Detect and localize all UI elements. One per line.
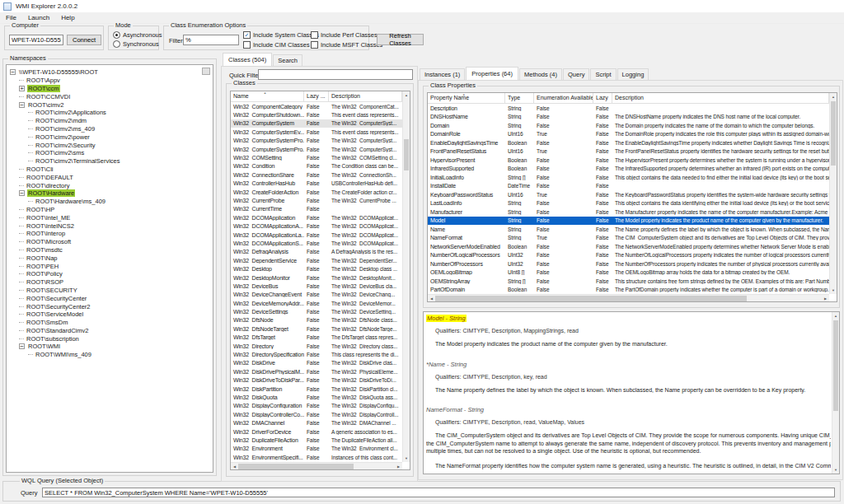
tree-node[interactable]: ROOT\SecurityCenter2 <box>7 302 213 310</box>
table-row[interactable]: ManufacturerStringFalseFalseThe Manufact… <box>428 208 837 217</box>
table-row[interactable]: Win32_CreateFolderActionFalseThe CreateF… <box>231 188 410 196</box>
tree-node[interactable]: +ROOT\ccm <box>7 85 213 93</box>
tree-node[interactable]: ROOT\SmsDm <box>7 319 213 327</box>
column-header-lazy[interactable]: Lazy ... <box>304 91 329 101</box>
tab-query[interactable]: Query <box>563 68 589 80</box>
tree-corner-button[interactable] <box>202 68 210 75</box>
table-row[interactable]: Win32_DesktopMonitorFalseThe Win32_Deskt… <box>231 273 410 282</box>
table-row[interactable]: Win32_DCOMApplicationLa...FalseThe Win32… <box>231 231 410 239</box>
scroll-down-icon[interactable]: ▼ <box>832 466 839 474</box>
table-row[interactable]: Win32_DependentServiceFalseThe Win32_Dep… <box>231 256 410 264</box>
table-row[interactable]: Win32_ComputerSystemPro...FalseThe Win32… <box>231 145 410 153</box>
column-header-lazy[interactable]: Lazy <box>593 93 612 103</box>
properties-horizontal-scrollbar[interactable]: ◀ ▶ <box>428 294 829 301</box>
tree-node[interactable]: ROOT\Nap <box>7 254 213 262</box>
table-row[interactable]: Win32_DiskQuotaFalseThe Win32_DiskQuota … <box>231 393 410 401</box>
tab-logging[interactable]: Logging <box>617 68 649 80</box>
tree-node[interactable]: ROOT\cimv2\Security <box>7 141 213 149</box>
table-row[interactable]: KeyboardPasswordStatusUInt16TrueFalseThe… <box>428 190 837 199</box>
table-row[interactable]: Win32_DisplayConfigurationFalseThe Win32… <box>231 402 410 410</box>
table-row[interactable]: Win32_DfsNodeTargetFalseThe Win32_DfsNod… <box>231 324 410 333</box>
table-row[interactable]: OEMLogoBitmapUInt8 []FalseFalseThe OEMLo… <box>428 268 837 278</box>
column-header-description[interactable]: Description <box>329 91 402 101</box>
scroll-up-icon[interactable]: ▲ <box>830 93 837 100</box>
quick-filter-input[interactable] <box>258 69 413 80</box>
column-header-name[interactable]: Name▲ <box>231 91 304 101</box>
properties-vertical-scrollbar[interactable]: ▲ ▼ <box>829 93 837 294</box>
table-row[interactable]: Win32_DCOMApplicationA...FalseThe Win32_… <box>231 222 410 230</box>
table-row[interactable]: EnableDaylightSavingsTimeBooleanFalseFal… <box>428 138 837 147</box>
detail-vertical-scrollbar[interactable]: ▲ ▼ <box>832 312 839 474</box>
tree-node[interactable]: ROOT\cimv2\TerminalServices <box>7 157 213 166</box>
table-row[interactable]: HypervisorPresentBooleanFalseFalseThe Hy… <box>428 156 837 165</box>
classes-hscroll-thumb[interactable] <box>238 464 354 469</box>
table-row[interactable]: DescriptionStringFalseFalse <box>428 104 837 113</box>
table-row[interactable]: Win32_DeviceSettingsFalseThe Win32_Devic… <box>231 307 410 315</box>
table-row[interactable]: Win32_DCOMApplicationS...FalseThe Win32_… <box>231 239 410 247</box>
table-row[interactable]: NumberOfLogicalProcessorsUInt32FalseFals… <box>428 251 837 260</box>
tree-node[interactable]: ROOT\Hardware\ms_409 <box>7 198 213 206</box>
tree-collapse-icon[interactable]: − <box>19 343 25 349</box>
table-row[interactable]: Win32_EnvironmentFalseThe Win32_Environm… <box>231 445 410 453</box>
tree-node[interactable]: ROOT\subscription <box>7 334 213 343</box>
table-row[interactable]: Win32_DiskDriveToDiskPar...FalseThe Win3… <box>231 376 410 385</box>
table-row[interactable]: InfraredSupportedBooleanFalseFalseThe In… <box>428 165 837 174</box>
detail-vscroll-thumb[interactable] <box>833 320 838 411</box>
table-row[interactable]: Win32_ConditionFalseThe Condition class … <box>231 162 410 170</box>
table-row[interactable]: Win32_COMSettingFalseThe Win32_COMSettin… <box>231 153 410 161</box>
column-header-property-name[interactable]: Property Name▲ <box>428 93 505 103</box>
classes-vscroll-thumb[interactable] <box>404 139 409 170</box>
tree-node[interactable]: ROOT\StandardCimv2 <box>7 327 213 335</box>
tree-node[interactable]: ROOT\PEH <box>7 262 213 270</box>
tree-node[interactable]: ROOT\DEFAULT <box>7 173 213 181</box>
table-row[interactable]: Win32_DirectorySpecificationFalseThis cl… <box>231 350 410 358</box>
table-row[interactable]: NumberOfProcessorsUInt32FalseFalseThe Nu… <box>428 259 837 268</box>
table-row[interactable]: Win32_DefragAnalysisFalseA DefragAnalysi… <box>231 248 410 256</box>
table-row[interactable]: Win32_DuplicateFileActionFalseThe Duplic… <box>231 436 410 444</box>
table-row[interactable]: Win32_DiskDriveFalseThe Win32_DiskDrive … <box>231 359 410 367</box>
menu-item-help[interactable]: Help <box>55 12 80 23</box>
tree-node[interactable]: ROOT\Cli <box>7 166 213 174</box>
column-header-type[interactable]: Type <box>505 93 534 103</box>
wql-query-input[interactable] <box>42 488 835 497</box>
table-row[interactable]: NameStringFalseFalseThe Name property de… <box>428 225 837 234</box>
properties-vscroll-thumb[interactable] <box>831 101 836 166</box>
table-row[interactable]: Win32_DeviceChangeEventFalseThe Win32_De… <box>231 291 410 299</box>
table-row[interactable]: OEMStringArrayString []FalseFalseThis st… <box>428 277 837 286</box>
column-header-description[interactable]: Description <box>612 93 829 103</box>
table-row[interactable]: NetworkServerModeEnabledBooleanFalseFals… <box>428 242 837 251</box>
scroll-right-icon[interactable]: ▶ <box>822 296 829 301</box>
table-row[interactable]: Win32_ComputerShutdown...FalseThis event… <box>231 110 410 119</box>
table-row[interactable]: Win32_DfsNodeFalseThe Win32_DfsNode clas… <box>231 316 410 324</box>
table-row[interactable]: PartOfDomainBooleanFalseFalseThe PartOfD… <box>428 286 837 295</box>
refresh-classes-button[interactable]: Refresh Classes <box>377 34 424 45</box>
tab-methods-4[interactable]: Methods (4) <box>519 68 562 80</box>
table-row[interactable]: ModelStringFalseFalseThe Model property … <box>428 217 837 226</box>
scroll-left-icon[interactable]: ◀ <box>428 296 435 301</box>
table-row[interactable]: FrontPanelResetStatusUInt16TrueFalseThe … <box>428 147 837 156</box>
tree-node[interactable]: ROOT\Appv <box>7 77 213 85</box>
tree-node[interactable]: ROOT\RSOP <box>7 278 213 287</box>
checkbox-include-cim-classes[interactable]: Include CIM Classes <box>243 40 311 49</box>
properties-hscroll-thumb[interactable] <box>435 296 747 301</box>
tree-node[interactable]: ROOT\Microsoft <box>7 238 213 246</box>
tree-node[interactable]: ROOT\cimv2\mdm <box>7 117 213 125</box>
tree-collapse-icon[interactable]: − <box>10 69 16 75</box>
table-row[interactable]: Win32_ControllerHasHubFalseUSBController… <box>231 180 410 188</box>
classes-vertical-scrollbar[interactable]: ▲ ▼ <box>402 91 410 462</box>
tree-node[interactable]: ROOT\IntelNCS2 <box>7 222 213 230</box>
tree-node[interactable]: ROOT\cimv2\power <box>7 133 213 141</box>
table-row[interactable]: Win32_DeviceMemoryAddr...FalseThe Win32_… <box>231 299 410 307</box>
table-row[interactable]: Win32_DriverForDeviceFalseA generic asso… <box>231 427 410 436</box>
classes-horizontal-scrollbar[interactable]: ◀ ▶ <box>231 462 402 469</box>
table-row[interactable]: Win32_ComputerSystemPro...FalseThe Win32… <box>231 137 410 145</box>
tree-node[interactable]: ROOT\HP <box>7 206 213 214</box>
tab-instances-1[interactable]: Instances (1) <box>420 68 465 80</box>
table-row[interactable]: Win32_DCOMApplicationFalseThe Win32_DCOM… <box>231 213 410 222</box>
tree-collapse-icon[interactable]: − <box>19 102 25 108</box>
table-row[interactable]: DomainRoleUInt16TrueFalseThe DomainRole … <box>428 130 837 139</box>
table-row[interactable]: Win32_CurrentTimeFalse <box>231 205 410 213</box>
tree-node[interactable]: −\\WPET-W10-D55555\ROOT <box>7 68 213 77</box>
table-row[interactable]: LastLoadInfoStringFalseFalseThis object … <box>428 199 837 208</box>
table-row[interactable]: Win32_EnvironmentSpecifi...FalseInstance… <box>231 453 410 461</box>
